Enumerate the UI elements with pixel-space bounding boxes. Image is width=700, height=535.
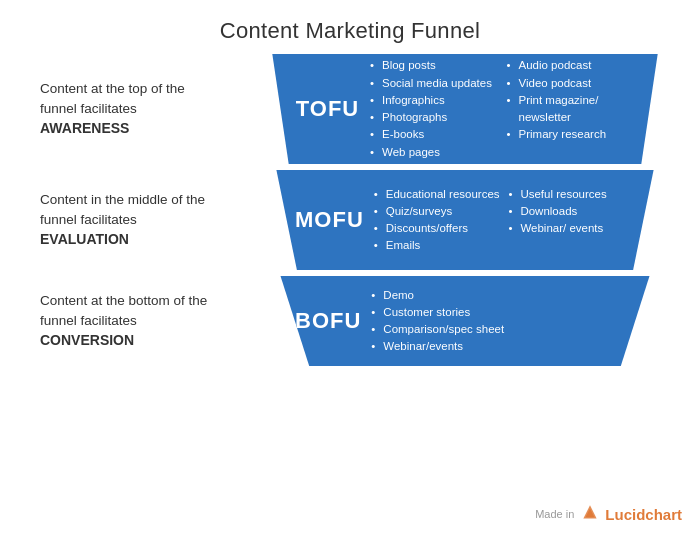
list-item: Demo (371, 287, 635, 304)
list-item: Print magazine/ newsletter (507, 92, 636, 127)
tofu-shape: TOFU Blog posts Social media updates Inf… (260, 54, 670, 164)
list-item: Comparison/spec sheet (371, 321, 635, 338)
list-item: Emails (374, 237, 501, 254)
tofu-col2: Audio podcast Video podcast Print magazi… (507, 57, 636, 161)
bofu-list1: Demo Customer stories Comparison/spec sh… (371, 287, 635, 356)
lucid-icon (579, 503, 601, 525)
bofu-shape-wrapper: BOFU Demo Customer stories Comparison/sp… (260, 276, 670, 366)
list-item: Blog posts (370, 57, 499, 74)
mofu-inner: MOFU Educational resources Quiz/surveys … (260, 178, 670, 263)
tofu-section: Content at the top of the funnel facilit… (30, 54, 670, 164)
bofu-label: BOFU (275, 308, 366, 334)
mofu-content: Educational resources Quiz/surveys Disco… (369, 178, 645, 263)
tofu-label: TOFU (275, 96, 365, 122)
list-item: Webinar/ events (508, 220, 635, 237)
lucidchart-logo: Lucidchart (579, 503, 682, 525)
mofu-col1: Educational resources Quiz/surveys Disco… (374, 186, 501, 255)
made-in-text: Made in (535, 508, 574, 520)
bofu-inner: BOFU Demo Customer stories Comparison/sp… (260, 279, 670, 364)
mofu-list1: Educational resources Quiz/surveys Disco… (374, 186, 501, 255)
lucidchart-name: Lucidchart (605, 506, 682, 523)
tofu-content: Blog posts Social media updates Infograp… (365, 49, 645, 169)
tofu-inner: TOFU Blog posts Social media updates Inf… (260, 49, 670, 169)
mofu-col2: Useful resources Downloads Webinar/ even… (508, 186, 635, 255)
mofu-label: MOFU (275, 207, 369, 233)
list-item: Discounts/offers (374, 220, 501, 237)
mofu-desc: Content in the middle of the funnel faci… (40, 190, 244, 250)
list-item: E-books (370, 126, 499, 143)
lucidchart-badge: Made in Lucidchart (535, 503, 682, 525)
list-item: Video podcast (507, 75, 636, 92)
list-item: Webinar/events (371, 338, 635, 355)
list-item: Photographs (370, 109, 499, 126)
list-item: Social media updates (370, 75, 499, 92)
mofu-section: Content in the middle of the funnel faci… (30, 170, 670, 270)
list-item: Educational resources (374, 186, 501, 203)
page-title: Content Marketing Funnel (0, 0, 700, 54)
tofu-list2: Audio podcast Video podcast Print magazi… (507, 57, 636, 143)
mofu-shape: MOFU Educational resources Quiz/surveys … (260, 170, 670, 270)
mofu-list2: Useful resources Downloads Webinar/ even… (508, 186, 635, 238)
tofu-list1: Blog posts Social media updates Infograp… (370, 57, 499, 161)
bofu-desc: Content at the bottom of the funnel faci… (40, 291, 244, 351)
bofu-shape: BOFU Demo Customer stories Comparison/sp… (260, 276, 670, 366)
list-item: Primary research (507, 126, 636, 143)
list-item: Audio podcast (507, 57, 636, 74)
list-item: Quiz/surveys (374, 203, 501, 220)
tofu-col1: Blog posts Social media updates Infograp… (370, 57, 499, 161)
tofu-desc: Content at the top of the funnel facilit… (40, 79, 244, 139)
mofu-shape-wrapper: MOFU Educational resources Quiz/surveys … (260, 170, 670, 270)
list-item: Customer stories (371, 304, 635, 321)
bofu-content: Demo Customer stories Comparison/spec sh… (366, 279, 645, 364)
mofu-left-text: Content in the middle of the funnel faci… (30, 170, 260, 270)
list-item: Useful resources (508, 186, 635, 203)
list-item: Infographics (370, 92, 499, 109)
bofu-left-text: Content at the bottom of the funnel faci… (30, 276, 260, 366)
page-container: Content Marketing Funnel Content at the … (0, 0, 700, 535)
bofu-section: Content at the bottom of the funnel faci… (30, 276, 670, 366)
tofu-shape-wrapper: TOFU Blog posts Social media updates Inf… (260, 54, 670, 164)
list-item: Downloads (508, 203, 635, 220)
tofu-left-text: Content at the top of the funnel facilit… (30, 54, 260, 164)
bofu-col1: Demo Customer stories Comparison/spec sh… (371, 287, 635, 356)
list-item: Web pages (370, 144, 499, 161)
